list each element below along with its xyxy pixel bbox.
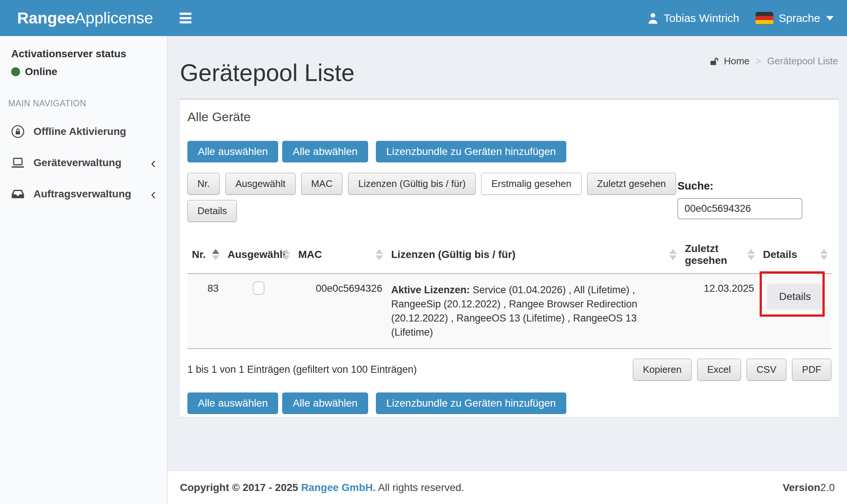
company-link[interactable]: Rangee GmbH.	[301, 482, 376, 493]
breadcrumb-home-label: Home	[724, 55, 750, 67]
copyright-text: Copyright © 2017 - 2025 Rangee GmbH. All…	[180, 482, 464, 494]
sidebar-item-auftragsverwaltung[interactable]: Auftragsverwaltung	[0, 178, 167, 210]
row-select-checkbox[interactable]	[253, 281, 264, 295]
breadcrumb: Home > Gerätepool Liste	[710, 55, 838, 67]
cell-lizenzen: Aktive Lizenzen: Service (01.04.2026) , …	[387, 274, 680, 349]
table-header-row: Nr. Ausgewählt MAC Lizenzen (Gültig	[187, 236, 831, 274]
breadcrumb-separator: >	[756, 55, 761, 67]
navbar-right: Tobias Wintrich Sprache	[647, 0, 834, 36]
main-navigation-label: MAIN NAVIGATION	[8, 98, 167, 109]
column-toggle-mac[interactable]: MAC	[301, 173, 343, 195]
activation-server-status-title: Activationserver status	[11, 48, 167, 60]
pdf-button[interactable]: PDF	[792, 359, 831, 381]
chevron-left-icon	[151, 190, 156, 198]
sort-icon	[747, 249, 755, 260]
copy-button[interactable]: Kopieren	[633, 359, 692, 381]
column-toggle-details[interactable]: Details	[187, 200, 237, 222]
lock-circle-icon	[11, 125, 25, 138]
devices-panel: Alle Geräte Alle auswählen Alle abwählen…	[180, 98, 839, 417]
table-info: 1 bis 1 von 1 Einträgen (gefiltert von 1…	[187, 364, 417, 375]
brand-bold: Rangee	[17, 9, 75, 27]
export-buttons: Kopieren Excel CSV PDF	[633, 359, 831, 381]
column-header-ausgewaehlt[interactable]: Ausgewählt	[223, 236, 294, 274]
german-flag-icon	[756, 12, 773, 25]
breadcrumb-home-link[interactable]: Home	[710, 55, 750, 67]
language-label: Sprache	[779, 12, 820, 25]
add-license-bundle-button[interactable]: Lizenzbundle zu Geräten hinzufügen	[376, 141, 566, 162]
status-online-dot-icon	[11, 67, 20, 76]
active-licenses-label: Aktive Lizenzen:	[391, 284, 470, 295]
page-title: Gerätepool Liste	[180, 59, 355, 87]
column-header-nr[interactable]: Nr.	[187, 236, 223, 274]
panel-title: Alle Geräte	[187, 110, 831, 124]
rights-text: All rights reserved.	[378, 482, 464, 493]
breadcrumb-current: Gerätepool Liste	[767, 55, 838, 67]
cell-ausgewaehlt	[223, 274, 294, 349]
cell-mac: 00e0c5694326	[294, 274, 387, 349]
sidebar-item-geraeteverwaltung[interactable]: Geräteverwaltung	[0, 147, 167, 178]
sort-icon	[376, 249, 383, 260]
table-row: 83 00e0c5694326 Aktive Lizenzen: Service…	[187, 274, 831, 349]
add-license-bundle-button-bottom[interactable]: Lizenzbundle zu Geräten hinzufügen	[376, 392, 566, 414]
bulk-actions-bottom: Alle auswählen Alle abwählen Lizenzbundl…	[187, 392, 831, 414]
csv-button[interactable]: CSV	[747, 359, 786, 381]
sort-asc-icon	[212, 249, 219, 260]
deselect-all-button[interactable]: Alle abwählen	[282, 141, 368, 162]
user-menu[interactable]: Tobias Wintrich	[647, 12, 739, 25]
column-toggle-nr[interactable]: Nr.	[187, 173, 220, 195]
excel-button[interactable]: Excel	[697, 359, 741, 381]
column-toggle-erstmalig-gesehen[interactable]: Erstmalig gesehen	[481, 173, 581, 195]
column-header-details[interactable]: Details	[759, 236, 831, 274]
top-navbar: RangeeApplicense Tobias Wintrich Sprache	[0, 0, 847, 36]
user-name: Tobias Wintrich	[664, 12, 739, 25]
brand-logo[interactable]: RangeeApplicense	[0, 0, 167, 36]
language-menu[interactable]: Sprache	[756, 12, 834, 25]
sort-icon	[669, 249, 677, 260]
deselect-all-button-bottom[interactable]: Alle abwählen	[282, 392, 368, 414]
column-toggle-ausgewaehlt[interactable]: Ausgewählt	[225, 173, 295, 195]
inbox-icon	[11, 187, 25, 201]
devices-table: Nr. Ausgewählt MAC Lizenzen (Gültig	[187, 236, 831, 349]
sidebar-item-label: Geräteverwaltung	[33, 157, 122, 169]
version-text: Version2.0	[783, 482, 835, 494]
activation-server-status: Online	[11, 66, 167, 78]
select-all-button-bottom[interactable]: Alle auswählen	[187, 392, 278, 414]
chevron-left-icon	[151, 159, 156, 167]
cell-nr: 83	[187, 274, 223, 349]
column-toggle-lizenzen[interactable]: Lizenzen (Gültig bis / für)	[348, 173, 476, 195]
search-input[interactable]	[677, 198, 802, 219]
unlock-icon	[710, 56, 720, 66]
sidebar-item-label: Offline Aktivierung	[33, 126, 126, 138]
status-online-label: Online	[25, 66, 57, 78]
column-header-lizenzen[interactable]: Lizenzen (Gültig bis / für)	[387, 236, 680, 274]
search-label: Suche:	[677, 180, 802, 192]
row-details-button[interactable]: Details	[767, 284, 823, 310]
column-header-mac[interactable]: MAC	[294, 236, 387, 274]
sidebar-item-offline-aktivierung[interactable]: Offline Aktivierung	[0, 116, 167, 147]
table-search: Suche:	[677, 180, 802, 219]
select-all-button[interactable]: Alle auswählen	[187, 141, 278, 162]
user-icon	[647, 12, 658, 24]
page-footer: Copyright © 2017 - 2025 Rangee GmbH. All…	[168, 471, 847, 504]
main-content: Home > Gerätepool Liste Gerätepool Liste…	[168, 36, 847, 504]
table-footer: 1 bis 1 von 1 Einträgen (gefiltert von 1…	[187, 359, 831, 381]
laptop-icon	[11, 156, 25, 169]
sidebar: Activationserver status Online MAIN NAVI…	[0, 36, 167, 504]
column-toggle-zuletzt-gesehen[interactable]: Zuletzt gesehen	[587, 173, 676, 195]
sort-icon	[820, 249, 828, 260]
copyright-years: Copyright © 2017 - 2025	[180, 482, 298, 493]
sidebar-item-label: Auftragsverwaltung	[33, 188, 131, 200]
cell-details: Details	[759, 274, 831, 349]
cell-zuletzt-gesehen: 12.03.2025	[680, 274, 759, 349]
column-header-zuletzt-gesehen[interactable]: Zuletzt gesehen	[680, 236, 759, 274]
brand-regular: Applicense	[75, 9, 153, 27]
caret-down-icon	[826, 16, 834, 20]
sort-icon	[283, 249, 290, 260]
sidebar-toggle-icon[interactable]	[180, 13, 191, 23]
bulk-actions-top: Alle auswählen Alle abwählen Lizenzbundl…	[187, 141, 831, 162]
